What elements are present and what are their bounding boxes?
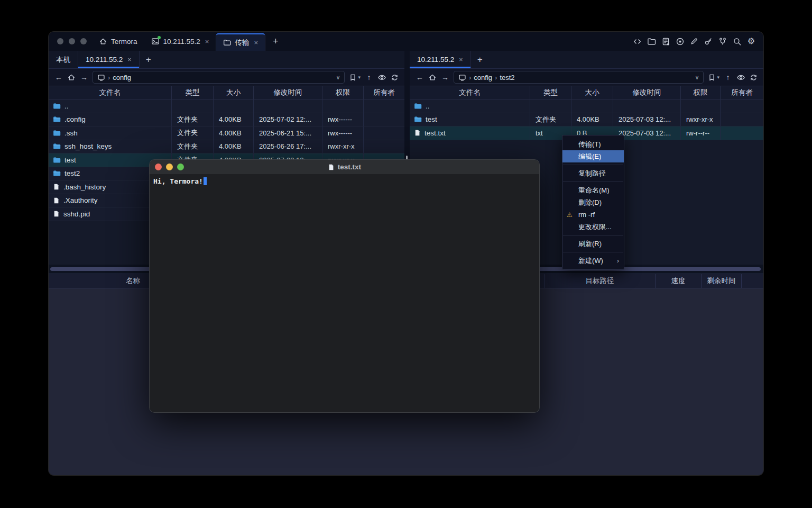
column-header[interactable]: 文件名 [410,86,530,99]
close-window-button[interactable] [57,38,63,44]
close-tab-icon[interactable]: × [205,38,209,46]
editor-titlebar[interactable]: test.txt [150,160,539,175]
refresh-button[interactable] [391,74,399,81]
menu-item-delete[interactable]: 删除(D) [562,196,624,208]
column-header[interactable]: 大小 [571,86,613,99]
menu-separator [563,252,623,252]
menu-item-label: 重命名(M) [578,186,610,195]
tab-remote-host[interactable]: 10.211.55.2 × [78,51,140,68]
menu-item-label: 更改权限... [578,222,612,232]
chevron-down-icon[interactable]: ∨ [336,74,340,81]
column-header[interactable]: 目标路径 [545,274,656,288]
menu-item-label: 新建(W) [578,256,603,266]
editor-text: Hi, Termora! [153,177,203,185]
cell-size: 4.00KB [214,126,254,140]
column-header[interactable]: 类型 [172,86,214,99]
menu-item-change-permissions[interactable]: 更改权限... [562,221,624,233]
home-button[interactable] [428,73,437,81]
show-hidden-toggle[interactable] [377,73,386,82]
file-row[interactable]: .. [410,99,763,113]
column-header[interactable]: 剩余时间 [702,274,742,288]
editor-content[interactable]: Hi, Termora! [150,175,539,412]
minimize-window-button[interactable] [166,164,173,170]
minimize-window-button[interactable] [69,38,75,44]
path-input[interactable]: › config ∨ [93,71,345,84]
tab-transfer[interactable]: 传输 × [216,33,265,51]
window-controls [49,32,92,51]
column-header[interactable]: 大小 [214,86,254,99]
refresh-button[interactable] [750,74,758,81]
close-tab-icon[interactable]: × [254,39,258,47]
maximize-window-button[interactable] [80,38,87,44]
right-table-header: 文件名 类型 大小 修改时间 权限 所有者 [410,86,763,99]
back-button[interactable]: ← [54,73,63,81]
file-row[interactable]: test 文件夹 4.00KB 2025-07-03 12:... rwxr-x… [410,113,763,127]
chevron-down-icon[interactable]: ∨ [695,74,699,81]
column-header[interactable]: 权限 [681,86,721,99]
menu-item-rm-rf[interactable]: ⚠rm -rf [562,208,624,221]
tab-remote-host[interactable]: 10.211.55.2 × [410,51,471,68]
menu-item-refresh[interactable]: 刷新(R) [562,238,624,250]
file-name: .. [426,102,430,110]
breadcrumb-segment[interactable]: config [474,74,492,81]
file-row[interactable]: .ssh 文件夹 4.00KB 2025-06-21 15:... rwx---… [49,126,404,140]
new-pane-tab-button[interactable]: + [140,51,158,68]
cell-type: 文件夹 [172,140,214,153]
column-header[interactable]: 所有者 [364,86,404,99]
folder-icon [53,102,61,110]
file-name: .config [64,115,86,123]
column-header[interactable]: 权限 [322,86,364,99]
breadcrumb-segment[interactable]: test2 [500,74,514,81]
code-icon[interactable] [632,37,642,46]
cell-permissions: rwxr-xr-x [322,140,364,153]
column-header[interactable]: 速度 [656,274,702,288]
file-row[interactable]: .config 文件夹 4.00KB 2025-07-02 12:... rwx… [49,113,404,127]
home-button[interactable] [67,73,76,81]
maximize-window-button[interactable] [177,164,184,170]
path-input[interactable]: › config › test2 ∨ [454,71,704,84]
menu-item-copy-path[interactable]: 复制路径 [562,167,624,179]
caret-down-icon: ▾ [358,75,361,80]
tab-label: 10.211.55.2 [163,38,200,46]
menu-item-transfer[interactable]: 传输(T) [562,138,624,150]
new-pane-tab-button[interactable]: + [471,51,489,68]
back-button[interactable]: ← [416,73,424,81]
cell-owner [721,113,763,126]
settings-icon[interactable]: ⚙ [746,37,756,46]
forward-button[interactable]: → [441,73,449,81]
tab-termora-home[interactable]: Termora [92,32,144,51]
close-tab-icon[interactable]: × [459,56,463,64]
forward-button[interactable]: → [80,73,88,81]
tab-ssh-session[interactable]: 10.211.55.2 × [144,32,216,51]
file-row[interactable]: ssh_host_keys 文件夹 4.00KB 2025-06-26 17:.… [49,140,404,154]
up-directory-button[interactable]: ↑ [724,73,732,81]
show-hidden-toggle[interactable] [736,73,745,82]
column-header[interactable]: 类型 [530,86,571,99]
key-icon[interactable] [704,37,713,46]
close-window-button[interactable] [155,164,162,170]
column-header[interactable]: 修改时间 [613,86,681,99]
folder-icon[interactable] [647,37,656,46]
up-directory-button[interactable]: ↑ [365,73,373,81]
column-header[interactable]: 修改时间 [254,86,322,99]
file-row[interactable]: .. [49,99,404,113]
new-tab-button[interactable]: + [265,32,286,51]
column-header[interactable]: 所有者 [721,86,763,99]
menu-item-rename[interactable]: 重命名(M) [562,184,624,196]
bookmark-button[interactable]: ▾ [349,74,361,81]
bookmark-button[interactable]: ▾ [708,74,719,81]
menu-item-edit[interactable]: 编辑(E) [562,150,624,162]
tab-local-machine[interactable]: 本机 [49,51,78,68]
editor-title: test.txt [338,163,361,171]
record-icon[interactable] [675,37,685,46]
search-icon[interactable] [732,37,742,46]
close-tab-icon[interactable]: × [127,56,131,64]
pencil-icon[interactable] [689,37,699,46]
keychain-icon[interactable] [718,37,727,46]
log-icon[interactable] [661,37,670,46]
menu-item-label: 复制路径 [578,169,606,178]
titlebar-actions: ⚙ [632,32,763,51]
breadcrumb-segment[interactable]: config [113,74,131,81]
menu-item-new[interactable]: 新建(W)› [562,255,624,267]
column-header[interactable]: 文件名 [49,86,172,99]
